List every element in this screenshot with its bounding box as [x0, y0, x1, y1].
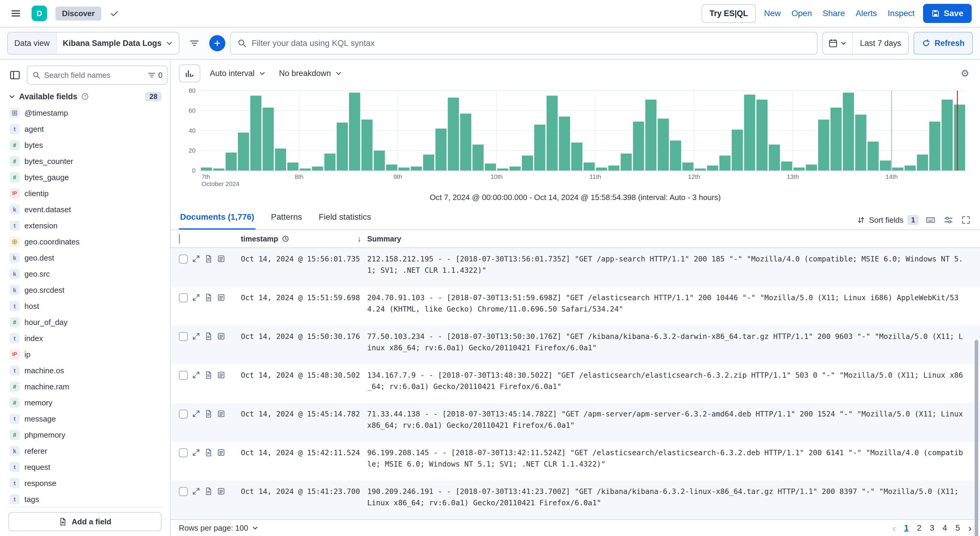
- expand-document-icon[interactable]: [192, 449, 200, 457]
- date-picker-calendar-button[interactable]: [823, 32, 853, 54]
- document-row[interactable]: Oct 14, 2024 @ 15:56:01.735 212.158.212.…: [170, 248, 980, 287]
- collapse-sidebar-button[interactable]: [7, 67, 23, 83]
- field-list-item[interactable]: k referer: [7, 443, 163, 459]
- field-list-item[interactable]: k geo.srcdest: [7, 282, 163, 298]
- view-tab[interactable]: Patterns: [270, 212, 303, 229]
- field-list-item[interactable]: t machine.os: [7, 363, 163, 379]
- refresh-button[interactable]: Refresh: [913, 32, 973, 54]
- field-list-item[interactable]: # memory: [7, 395, 163, 411]
- add-field-button[interactable]: Add a field: [8, 512, 162, 531]
- page-number-button[interactable]: 1: [904, 523, 909, 533]
- field-list-item[interactable]: # machine.ram: [7, 379, 163, 395]
- grid-scrollbar[interactable]: [975, 340, 978, 536]
- expand-document-icon[interactable]: [192, 254, 200, 263]
- histogram-settings-button[interactable]: ⚙: [958, 65, 972, 81]
- page-number-button[interactable]: 5: [956, 523, 960, 533]
- row-checkbox[interactable]: [179, 293, 188, 302]
- document-row[interactable]: Oct 14, 2024 @ 15:42:11.524 96.199.208.1…: [170, 442, 980, 480]
- field-list-item[interactable]: ⊕ geo.coordinates: [7, 234, 163, 250]
- row-checkbox[interactable]: [179, 332, 188, 341]
- field-list-item[interactable]: ⊞ @timestamp: [7, 105, 163, 121]
- field-list-item[interactable]: t message: [7, 411, 163, 427]
- header-nav-link[interactable]: Inspect: [888, 9, 915, 18]
- row-checkbox[interactable]: [179, 371, 188, 380]
- field-list-item[interactable]: # hour_of_day: [7, 314, 163, 330]
- kql-search-input[interactable]: [251, 38, 810, 48]
- document-details-icon[interactable]: [217, 410, 225, 418]
- page-number-button[interactable]: 3: [930, 523, 934, 533]
- field-list-item[interactable]: k geo.dest: [7, 250, 163, 266]
- edit-visualization-button[interactable]: [179, 64, 200, 82]
- menu-button[interactable]: [8, 6, 23, 21]
- document-row[interactable]: Oct 14, 2024 @ 15:45:14.782 71.33.44.138…: [170, 403, 980, 442]
- field-list-item[interactable]: k geo.src: [7, 266, 163, 282]
- header-nav-link[interactable]: Share: [822, 9, 845, 18]
- display-options-button[interactable]: [942, 214, 955, 226]
- field-list-item[interactable]: IP clientip: [7, 185, 163, 202]
- breadcrumb[interactable]: Discover: [56, 6, 101, 21]
- document-details-icon[interactable]: [217, 254, 225, 263]
- document-row[interactable]: Oct 14, 2024 @ 15:41:23.700 190.209.246.…: [170, 480, 980, 519]
- breakdown-dropdown[interactable]: No breakdown: [275, 67, 346, 81]
- field-list-item[interactable]: t agent: [7, 121, 163, 137]
- view-document-icon[interactable]: [204, 332, 213, 340]
- field-list-item[interactable]: # phpmemory: [7, 427, 163, 443]
- field-list-item[interactable]: k event.dataset: [7, 202, 163, 218]
- data-view-picker[interactable]: Data view Kibana Sample Data Logs: [7, 32, 180, 54]
- field-filter-button[interactable]: 0: [148, 71, 162, 80]
- sort-fields-button[interactable]: Sort fields 1: [857, 215, 919, 225]
- view-document-icon[interactable]: [204, 293, 213, 302]
- space-avatar[interactable]: D: [32, 6, 47, 21]
- view-tab[interactable]: Field statistics: [317, 212, 372, 229]
- available-fields-header[interactable]: Available fields ? 28: [8, 92, 162, 101]
- field-list-item[interactable]: IP ip: [7, 347, 163, 363]
- keyboard-shortcuts-button[interactable]: [924, 214, 937, 226]
- view-document-icon[interactable]: [204, 410, 213, 418]
- header-nav-link[interactable]: Alerts: [856, 9, 877, 18]
- try-esql-button[interactable]: Try ES|QL: [702, 4, 756, 23]
- field-search-input[interactable]: [44, 71, 144, 80]
- field-list-item[interactable]: # bytes_counter: [7, 153, 163, 169]
- filter-settings-button[interactable]: [184, 33, 204, 53]
- timestamp-column-header[interactable]: timestamp ↓: [241, 234, 367, 243]
- fullscreen-button[interactable]: [960, 214, 972, 226]
- rows-per-page-button[interactable]: Rows per page: 100: [179, 523, 258, 533]
- field-list-item[interactable]: t response: [7, 475, 163, 491]
- field-list-item[interactable]: t tags: [7, 491, 163, 507]
- expand-document-icon[interactable]: [192, 410, 200, 418]
- row-checkbox[interactable]: [179, 410, 188, 418]
- field-list-item[interactable]: t request: [7, 459, 163, 475]
- document-details-icon[interactable]: [217, 332, 225, 340]
- field-list-item[interactable]: t host: [7, 298, 163, 314]
- header-nav-link[interactable]: New: [764, 9, 781, 18]
- previous-page-button[interactable]: ‹: [892, 523, 896, 533]
- document-row[interactable]: Oct 14, 2024 @ 15:51:59.698 204.70.91.10…: [170, 287, 980, 326]
- document-row[interactable]: Oct 14, 2024 @ 15:50:30.176 77.50.103.23…: [170, 326, 980, 364]
- expand-document-icon[interactable]: [192, 293, 200, 302]
- field-list-item[interactable]: # bytes_gauge: [7, 169, 163, 185]
- document-details-icon[interactable]: [217, 487, 225, 495]
- time-range-value[interactable]: Last 7 days: [853, 32, 908, 54]
- field-list-item[interactable]: t extension: [7, 218, 163, 234]
- expand-document-icon[interactable]: [192, 487, 200, 495]
- add-filter-button[interactable]: [209, 35, 225, 51]
- row-checkbox[interactable]: [179, 487, 188, 496]
- field-list-item[interactable]: t index: [7, 330, 163, 347]
- field-list-item[interactable]: # bytes: [7, 137, 163, 153]
- view-document-icon[interactable]: [204, 254, 213, 263]
- view-document-icon[interactable]: [204, 449, 213, 457]
- next-page-button[interactable]: ›: [968, 523, 972, 533]
- expand-document-icon[interactable]: [192, 371, 200, 379]
- header-nav-link[interactable]: Open: [792, 9, 812, 18]
- document-details-icon[interactable]: [217, 293, 225, 302]
- sort-descending-icon[interactable]: ↓: [357, 234, 361, 243]
- row-checkbox[interactable]: [179, 254, 188, 264]
- page-number-button[interactable]: 4: [943, 523, 947, 533]
- document-details-icon[interactable]: [217, 371, 225, 379]
- select-all-checkbox[interactable]: [179, 234, 180, 243]
- save-button[interactable]: Save: [923, 4, 972, 23]
- page-number-button[interactable]: 2: [917, 523, 921, 533]
- view-tab[interactable]: Documents (1,776): [179, 212, 255, 229]
- view-document-icon[interactable]: [204, 487, 213, 495]
- document-row[interactable]: Oct 14, 2024 @ 15:48:30.502 134.167.7.9 …: [170, 364, 980, 403]
